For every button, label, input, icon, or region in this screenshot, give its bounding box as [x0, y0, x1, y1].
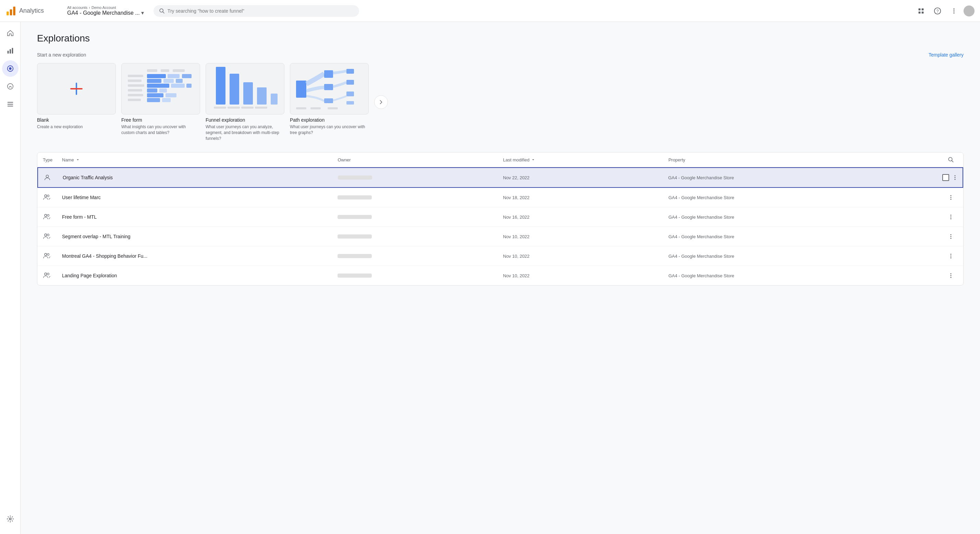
modified-col-4: Nov 10, 2022 [503, 234, 668, 239]
freeform-thumbnail[interactable] [121, 63, 200, 115]
sidebar-item-explore[interactable] [2, 60, 19, 77]
svg-rect-68 [310, 107, 321, 109]
svg-rect-14 [7, 51, 9, 53]
owner-col-2 [337, 195, 503, 199]
property-name: GA4 - Google Merchandise ... [67, 10, 140, 16]
table-row[interactable]: Organic Traffic Analysis Nov 22, 2022 GA… [37, 167, 963, 188]
type-col-2 [43, 194, 62, 201]
sidebar-item-settings[interactable] [2, 511, 19, 527]
freeform-card[interactable]: Free form What insights can you uncover … [121, 63, 200, 136]
svg-point-18 [9, 67, 11, 70]
help-btn[interactable]: ? [931, 4, 944, 18]
svg-rect-30 [128, 80, 142, 82]
actions-col-1 [943, 172, 957, 183]
row-more-btn-2[interactable] [945, 192, 956, 203]
svg-rect-47 [165, 93, 177, 97]
name-col-6[interactable]: Landing Page Exploration [62, 273, 337, 278]
svg-rect-34 [128, 99, 141, 101]
actions-col-3 [944, 212, 958, 222]
svg-point-87 [47, 234, 49, 236]
sidebar-item-home[interactable] [2, 25, 19, 41]
name-col-5[interactable]: Montreal GA4 - Shopping Behavior Fu... [62, 253, 337, 259]
svg-rect-39 [164, 79, 174, 83]
table-row[interactable]: Landing Page Exploration Nov 10, 2022 GA… [37, 266, 963, 285]
table-search-icon[interactable] [948, 157, 954, 163]
modified-col-2: Nov 18, 2022 [503, 195, 668, 200]
table-row[interactable]: Segment overlap - MTL Training Nov 10, 2… [37, 227, 963, 246]
search-bar[interactable] [154, 5, 359, 17]
all-accounts-text[interactable]: All accounts [67, 5, 88, 10]
table-row[interactable]: User lifetime Marc Nov 18, 2022 GA4 - Go… [37, 188, 963, 207]
row-more-btn-3[interactable] [945, 212, 956, 222]
table-header: Type Name Owner Last modified Property [37, 153, 963, 167]
search-input[interactable] [167, 8, 354, 14]
col-property: Property [668, 157, 944, 163]
row-more-btn-6[interactable] [945, 270, 956, 281]
more-vert-row-icon-4 [948, 233, 954, 239]
actions-col-6 [944, 270, 958, 281]
svg-rect-62 [324, 98, 333, 103]
path-card[interactable]: Path exploration What user journeys can … [290, 63, 369, 136]
template-gallery-link[interactable]: Template gallery [929, 52, 964, 57]
property-col-3: GA4 - Google Merchandise Store [668, 215, 944, 220]
sidebar-item-reports[interactable] [2, 43, 19, 59]
blank-card[interactable]: Blank Create a new exploration [37, 63, 116, 130]
sidebar-item-configure[interactable] [2, 96, 19, 112]
exploration-cards: Blank Create a new exploration [37, 63, 964, 141]
svg-point-96 [45, 273, 46, 275]
property-selector[interactable]: GA4 - Google Merchandise ... ▾ [67, 10, 144, 16]
row-more-btn-1[interactable] [952, 172, 958, 183]
svg-rect-63 [347, 69, 354, 74]
svg-rect-6 [922, 8, 924, 10]
home-icon [6, 29, 14, 37]
svg-point-74 [955, 177, 956, 178]
blank-thumbnail[interactable] [37, 63, 116, 115]
section-header: Start a new exploration Template gallery [37, 52, 964, 57]
svg-rect-49 [162, 98, 171, 102]
more-vert-btn[interactable] [947, 4, 961, 18]
chevron-right-icon [378, 99, 385, 105]
svg-point-82 [47, 215, 49, 217]
row-checkbox-1[interactable] [942, 174, 949, 181]
svg-point-13 [953, 12, 954, 13]
name-col-4[interactable]: Segment overlap - MTL Training [62, 234, 337, 239]
svg-rect-21 [7, 104, 13, 105]
name-col-2[interactable]: User lifetime Marc [62, 194, 337, 200]
path-thumbnail[interactable] [290, 63, 369, 115]
blank-card-label: Blank [37, 117, 116, 123]
svg-rect-48 [147, 98, 160, 102]
name-col-3[interactable]: Free form - MTL [62, 214, 337, 220]
svg-rect-35 [147, 74, 166, 78]
row-more-btn-5[interactable] [945, 250, 956, 261]
svg-point-98 [951, 274, 951, 274]
row-more-btn-4[interactable] [945, 231, 956, 242]
svg-rect-7 [919, 11, 921, 13]
table-row[interactable]: Free form - MTL Nov 16, 2022 GA4 - Googl… [37, 207, 963, 227]
col-actions-search[interactable] [944, 157, 958, 163]
svg-rect-5 [919, 8, 921, 10]
table-row[interactable]: Montreal GA4 - Shopping Behavior Fu... N… [37, 246, 963, 266]
owner-blur-5 [337, 254, 372, 258]
col-name[interactable]: Name [62, 157, 337, 163]
name-col-1[interactable]: Organic Traffic Analysis [63, 175, 338, 180]
funnel-card-desc: What user journeys can you analyze, segm… [205, 124, 285, 141]
svg-rect-40 [176, 79, 183, 83]
funnel-card[interactable]: Funnel exploration What user journeys ca… [205, 63, 285, 141]
next-cards-btn[interactable] [374, 95, 388, 109]
col-modified[interactable]: Last modified [503, 157, 668, 163]
person-multi-icon-5 [43, 252, 50, 260]
svg-rect-66 [347, 101, 354, 105]
owner-blur-3 [337, 215, 372, 219]
grid-icon-btn[interactable] [914, 4, 928, 18]
svg-point-88 [951, 234, 951, 236]
explorations-table: Type Name Owner Last modified Property [37, 152, 964, 285]
property-col-2: GA4 - Google Merchandise Store [668, 195, 944, 200]
path-card-label: Path exploration [290, 117, 369, 123]
svg-point-23 [9, 518, 11, 520]
sidebar-item-advertising[interactable] [2, 78, 19, 95]
user-avatar[interactable] [964, 5, 975, 16]
funnel-thumbnail[interactable] [205, 63, 285, 115]
more-vert-icon [951, 8, 958, 14]
settings-icon [6, 515, 14, 523]
breadcrumb-top: All accounts › Demo Account [67, 5, 144, 10]
